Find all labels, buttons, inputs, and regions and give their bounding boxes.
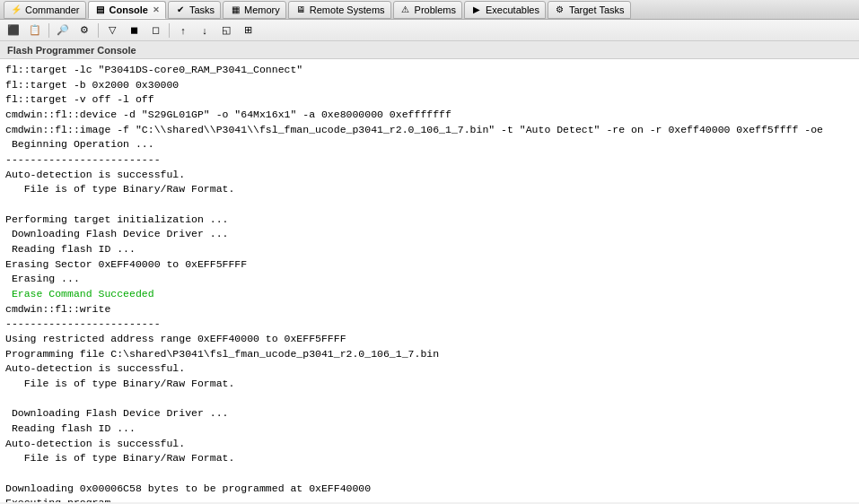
executables-tab-icon: ▶ [470, 4, 483, 16]
toolbar-btn-right-2[interactable]: ◱ [216, 22, 236, 39]
tab-console[interactable]: ▤Console✕ [88, 1, 166, 19]
console-title: Flash Programmer Console [7, 45, 136, 56]
console-line-27 [5, 466, 854, 482]
tab-commander[interactable]: ⚡Commander [4, 1, 86, 19]
console-tab-label: Console [110, 4, 148, 15]
executables-tab-label: Executables [486, 4, 539, 15]
console-line-29: Executing program .... [5, 496, 854, 502]
target-tasks-tab-label: Target Tasks [569, 4, 625, 15]
commander-tab-icon: ⚡ [10, 4, 22, 16]
console-line-9 [5, 197, 854, 213]
console-line-24: Reading flash ID ... [5, 421, 854, 437]
tab-executables[interactable]: ▶Executables [464, 1, 546, 19]
console-line-11: Downloading Flash Device Driver ... [5, 227, 854, 242]
target-tasks-tab-icon: ⚙ [554, 4, 566, 16]
console-line-21: File is of type Binary/Raw Format. [5, 377, 854, 392]
toolbar-sep-1 [48, 23, 49, 38]
title-bar: ⚡Commander▤Console✕✔Tasks▦Memory🖥Remote … [0, 0, 859, 20]
console-line-17: ------------------------- [5, 317, 854, 332]
console-line-1: fl::target -b 0x2000 0x30000 [5, 78, 854, 93]
console-line-2: fl::target -v off -l off [5, 92, 854, 108]
commander-tab-label: Commander [25, 4, 80, 15]
console-line-5: Beginning Operation ... [5, 137, 854, 152]
toolbar-btn-0[interactable]: ⬛ [4, 22, 23, 39]
console-line-22 [5, 392, 854, 407]
console-line-23: Downloading Flash Device Driver ... [5, 406, 854, 421]
memory-tab-label: Memory [244, 4, 280, 15]
console-line-13: Erasing Sector 0xEFF40000 to 0xEFF5FFFF [5, 257, 854, 273]
console-tab-icon: ▤ [94, 4, 107, 16]
toolbar-btn-3[interactable]: ⚙ [75, 22, 94, 39]
remote-systems-tab-label: Remote Systems [310, 4, 385, 15]
console-line-26: File is of type Binary/Raw Format. [5, 451, 854, 466]
toolbar: ⬛📋🔎⚙▽◼◻↑↓◱⊞ [0, 20, 859, 41]
console-tab-close[interactable]: ✕ [153, 5, 160, 14]
remote-systems-tab-icon: 🖥 [294, 4, 307, 16]
console-line-3: cmdwin::fl::device -d "S29GL01GP" -o "64… [5, 108, 854, 123]
toolbar-sep-3 [98, 23, 99, 38]
toolbar-btn-5[interactable]: ◼ [124, 22, 144, 39]
tab-tasks[interactable]: ✔Tasks [168, 1, 221, 19]
console-line-15: Erase Command Succeeded [5, 287, 854, 302]
console-line-14: Erasing ... [5, 272, 854, 287]
console-line-20: Auto-detection is successful. [5, 361, 854, 377]
tab-problems[interactable]: ⚠Problems [393, 1, 462, 19]
toolbar-btn-right-3[interactable]: ⊞ [238, 22, 258, 39]
console-line-12: Reading flash ID ... [5, 242, 854, 257]
console-line-25: Auto-detection is successful. [5, 437, 854, 452]
console-line-16: cmdwin::fl::write [5, 302, 854, 317]
toolbar-btn-right-1[interactable]: ↓ [195, 22, 215, 39]
console-header: Flash Programmer Console [0, 41, 859, 59]
console-line-6: ------------------------- [5, 152, 854, 168]
console-line-10: Performing target initialization ... [5, 213, 854, 228]
console-line-28: Downloading 0x00006C58 bytes to be progr… [5, 482, 854, 497]
tab-memory[interactable]: ▦Memory [223, 1, 286, 19]
tasks-tab-label: Tasks [189, 4, 215, 15]
toolbar-btn-1[interactable]: 📋 [25, 22, 45, 39]
toolbar-btn-2[interactable]: 🔎 [53, 22, 73, 39]
tab-remote-systems[interactable]: 🖥Remote Systems [288, 1, 391, 19]
console-line-4: cmdwin::fl::image -f "C:\\shared\\P3041\… [5, 123, 854, 138]
toolbar-sep-right [169, 23, 170, 38]
console-line-7: Auto-detection is successful. [5, 168, 854, 183]
toolbar-btn-4[interactable]: ▽ [102, 22, 122, 39]
toolbar-btn-right-0[interactable]: ↑ [173, 22, 193, 39]
toolbar-btn-6[interactable]: ◻ [145, 22, 165, 39]
tasks-tab-icon: ✔ [174, 4, 187, 16]
problems-tab-icon: ⚠ [399, 4, 412, 16]
console-line-18: Using restricted address range 0xEFF4000… [5, 332, 854, 347]
console-line-19: Programming file C:\shared\P3041\fsl_fma… [5, 347, 854, 362]
console-body[interactable]: fl::target -lc "P3041DS-core0_RAM_P3041_… [0, 59, 859, 502]
memory-tab-icon: ▦ [229, 4, 241, 16]
problems-tab-label: Problems [415, 4, 456, 15]
tab-target-tasks[interactable]: ⚙Target Tasks [548, 1, 631, 19]
console-line-8: File is of type Binary/Raw Format. [5, 182, 854, 197]
console-line-0: fl::target -lc "P3041DS-core0_RAM_P3041_… [5, 63, 854, 78]
